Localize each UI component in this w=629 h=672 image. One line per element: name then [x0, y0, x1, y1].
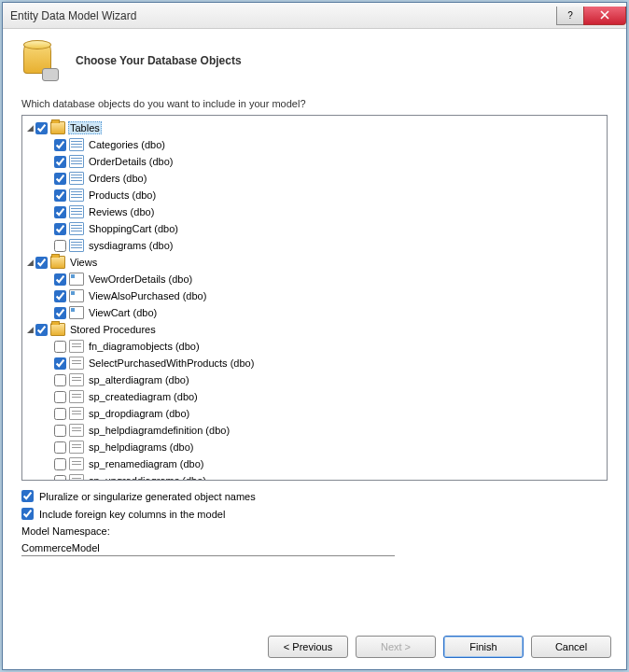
- tree-item-label[interactable]: ViewCart (dbo): [87, 307, 159, 318]
- tree-item[interactable]: Reviews (dbo): [24, 203, 605, 220]
- tree-item[interactable]: sysdiagrams (dbo): [24, 237, 605, 254]
- tree-item[interactable]: VewOrderDetails (dbo): [24, 271, 605, 287]
- tree-item[interactable]: ViewAlsoPurchased (dbo): [24, 287, 605, 304]
- tree-label[interactable]: Views: [68, 257, 99, 268]
- wizard-content: Choose Your Database Objects Which datab…: [3, 29, 626, 624]
- close-button[interactable]: [583, 7, 626, 25]
- checkbox-item[interactable]: [54, 307, 66, 319]
- tree-item-label[interactable]: sysdiagrams (dbo): [87, 240, 175, 251]
- checkbox-foreign-keys[interactable]: [21, 508, 34, 520]
- tree-item[interactable]: SelectPurchasedWithProducts (dbo): [24, 355, 605, 371]
- checkbox-item[interactable]: [54, 391, 66, 403]
- folder-icon: [50, 121, 65, 134]
- tree-item-label[interactable]: sp_alterdiagram (dbo): [87, 374, 191, 385]
- tree-item[interactable]: sp_helpdiagrams (dbo): [24, 439, 605, 455]
- sp-icon: [69, 457, 84, 470]
- sp-icon: [69, 390, 84, 403]
- tree-node-tables[interactable]: ◢ Tables: [24, 119, 605, 136]
- sp-icon: [69, 441, 84, 454]
- folder-icon: [50, 256, 65, 269]
- tree-item[interactable]: sp_creatediagram (dbo): [24, 388, 605, 405]
- wizard-window: Entity Data Model Wizard ? Choose Your D…: [2, 2, 627, 670]
- tree-item[interactable]: OrderDetails (dbo): [24, 153, 605, 170]
- checkbox-item[interactable]: [54, 173, 66, 185]
- tree-label[interactable]: Stored Procedures: [68, 324, 158, 335]
- option-label: Include foreign key columns in the model: [39, 509, 225, 520]
- checkbox-item[interactable]: [54, 156, 66, 168]
- namespace-label: Model Namespace:: [21, 525, 608, 537]
- expander-icon[interactable]: ◢: [24, 324, 35, 335]
- table-icon: [69, 155, 84, 168]
- checkbox-item[interactable]: [54, 374, 66, 386]
- checkbox-item[interactable]: [54, 441, 66, 454]
- expander-icon[interactable]: ◢: [24, 257, 35, 268]
- sp-icon: [69, 424, 84, 437]
- tree-node-views[interactable]: ◢ Views: [24, 254, 605, 271]
- tree-item[interactable]: sp_renamediagram (dbo): [24, 455, 605, 472]
- table-icon: [69, 138, 84, 151]
- sp-icon: [69, 474, 84, 481]
- tree-item-label[interactable]: Products (dbo): [87, 189, 158, 201]
- tree-item-label[interactable]: sp_dropdiagram (dbo): [87, 408, 191, 419]
- checkbox-item[interactable]: [54, 240, 66, 252]
- tree-item-label[interactable]: sp_upgraddiagrams (dbo): [87, 475, 208, 481]
- tree-item[interactable]: ShoppingCart (dbo): [24, 220, 605, 237]
- tree-item-label[interactable]: VewOrderDetails (dbo): [87, 273, 194, 285]
- checkbox-item[interactable]: [54, 206, 66, 218]
- checkbox-item[interactable]: [54, 273, 66, 286]
- checkbox-sprocs[interactable]: [35, 324, 48, 336]
- tree-item-label[interactable]: sp_helpdiagrams (dbo): [87, 441, 196, 453]
- tree-item[interactable]: Orders (dbo): [24, 170, 605, 187]
- previous-button[interactable]: < Previous: [268, 636, 348, 658]
- option-label: Pluralize or singularize generated objec…: [39, 491, 256, 502]
- sp-icon: [69, 340, 84, 353]
- tree-item[interactable]: Products (dbo): [24, 187, 605, 203]
- checkbox-item[interactable]: [54, 189, 66, 202]
- finish-button[interactable]: Finish: [443, 636, 524, 658]
- checkbox-item[interactable]: [54, 139, 66, 151]
- next-button: Next >: [356, 636, 436, 658]
- tree-item-label[interactable]: Orders (dbo): [87, 173, 148, 184]
- tree-node-sprocs[interactable]: ◢ Stored Procedures: [24, 321, 605, 338]
- checkbox-item[interactable]: [54, 290, 66, 302]
- checkbox-views[interactable]: [35, 257, 48, 269]
- tree-item[interactable]: sp_upgraddiagrams (dbo): [24, 472, 605, 481]
- checkbox-item[interactable]: [54, 408, 66, 420]
- tree-item[interactable]: sp_helpdiagramdefinition (dbo): [24, 422, 605, 439]
- object-tree[interactable]: ◢ Tables Categories (dbo)OrderDetails (d…: [21, 115, 608, 481]
- tree-item-label[interactable]: Categories (dbo): [87, 139, 167, 150]
- checkbox-item[interactable]: [54, 425, 66, 437]
- checkbox-item[interactable]: [54, 458, 66, 470]
- view-icon: [69, 306, 84, 319]
- tree-item-label[interactable]: sp_creatediagram (dbo): [87, 391, 200, 402]
- tree-item-label[interactable]: SelectPurchasedWithProducts (dbo): [87, 357, 256, 369]
- sp-icon: [69, 373, 84, 386]
- tree-item[interactable]: sp_alterdiagram (dbo): [24, 371, 605, 388]
- tree-item-label[interactable]: OrderDetails (dbo): [87, 156, 175, 167]
- tree-item-label[interactable]: sp_helpdiagramdefinition (dbo): [87, 425, 231, 436]
- tree-item-label[interactable]: Reviews (dbo): [87, 206, 156, 217]
- table-icon: [69, 222, 84, 235]
- tree-item-label[interactable]: fn_diagramobjects (dbo): [87, 341, 202, 352]
- expander-icon[interactable]: ◢: [24, 122, 35, 133]
- tree-item[interactable]: ViewCart (dbo): [24, 304, 605, 321]
- checkbox-tables[interactable]: [35, 122, 48, 134]
- tree-item[interactable]: fn_diagramobjects (dbo): [24, 338, 605, 355]
- checkbox-pluralize[interactable]: [21, 490, 34, 502]
- help-button[interactable]: ?: [556, 7, 584, 25]
- checkbox-item[interactable]: [54, 475, 66, 482]
- checkbox-item[interactable]: [54, 341, 66, 353]
- page-title: Choose Your Database Objects: [76, 54, 242, 67]
- table-icon: [69, 239, 84, 252]
- tree-item-label[interactable]: ShoppingCart (dbo): [87, 223, 180, 234]
- tree-item-label[interactable]: ViewAlsoPurchased (dbo): [87, 290, 208, 301]
- cancel-button[interactable]: Cancel: [531, 636, 611, 658]
- tree-item-label[interactable]: sp_renamediagram (dbo): [87, 458, 206, 469]
- tree-item[interactable]: sp_dropdiagram (dbo): [24, 405, 605, 422]
- tree-item[interactable]: Categories (dbo): [24, 136, 605, 153]
- namespace-input[interactable]: [21, 540, 395, 556]
- tree-label[interactable]: Tables: [68, 121, 102, 134]
- prompt-text: Which database objects do you want to in…: [21, 98, 608, 109]
- checkbox-item[interactable]: [54, 357, 66, 370]
- checkbox-item[interactable]: [54, 223, 66, 235]
